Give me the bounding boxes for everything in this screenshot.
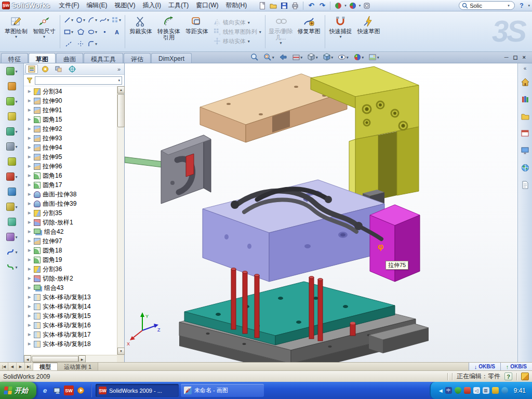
tree-horizontal-scrollbar[interactable]: ◀ ▶ [24, 355, 117, 362]
undo-icon[interactable]: ↶ [307, 1, 316, 10]
zoom-fit-icon[interactable] [249, 52, 260, 62]
tree-item[interactable]: ▶圆角16 [24, 171, 117, 180]
appearances-scenes-icon[interactable] [519, 144, 531, 157]
quick-snaps-dropdown-icon[interactable]: ▾ [340, 35, 342, 39]
left-tool-4[interactable] [8, 112, 16, 121]
callout-extrude75[interactable]: 拉伸75 [385, 261, 408, 270]
task-button-paint[interactable]: 🖌 未命名 - 画图 [181, 384, 264, 397]
new-document-icon[interactable] [258, 1, 267, 10]
tab-scroll-right-icon[interactable]: ▶ [17, 363, 25, 370]
search-input[interactable] [470, 3, 506, 9]
smart-dimension-button[interactable]: 智能尺寸 ▾ [30, 13, 58, 50]
search-dropdown-icon[interactable]: ▾ [508, 4, 510, 7]
left-tool-10[interactable]: ▾ [6, 203, 18, 211]
tab-surfaces[interactable]: 曲面 [56, 53, 83, 63]
left-tool-8[interactable]: ▾ [6, 172, 18, 181]
part-stop-pin[interactable] [350, 322, 355, 336]
linear-pattern-button[interactable]: 线性草图阵列▾ [213, 28, 261, 36]
left-tool-5[interactable]: ▾ [6, 127, 18, 136]
expand-icon[interactable]: ▶ [28, 145, 34, 150]
view-palette-icon[interactable] [519, 127, 531, 140]
restore-icon[interactable]: ◻ [513, 54, 517, 61]
left-tool-2[interactable] [8, 82, 16, 90]
expand-icon[interactable]: ▶ [28, 127, 34, 131]
tree-item[interactable]: ▶实体-移动/复制16 [24, 321, 117, 330]
expand-icon[interactable]: ▶ [28, 164, 34, 168]
filter-dropdown-icon[interactable]: ▾ [118, 78, 120, 82]
graphics-viewport[interactable]: φ [125, 63, 517, 362]
scroll-left-icon[interactable]: ◀ [24, 355, 31, 363]
tab-features[interactable]: 特征 [1, 53, 28, 63]
solidworks-logo[interactable]: SW SolidWorks [2, 2, 50, 9]
tree-filter-input[interactable] [37, 77, 116, 84]
tray-input-language-icon[interactable]: 中 [445, 387, 452, 394]
offset-entities-button[interactable]: 等距实体 [183, 13, 211, 50]
display-style-icon[interactable]: ▾ [322, 52, 335, 62]
tree-item[interactable]: ▶切除-放样1 [24, 218, 117, 227]
options-icon[interactable] [362, 1, 371, 10]
expand-icon[interactable]: ▶ [28, 286, 34, 290]
sketch-dropdown-icon[interactable]: ▾ [15, 35, 17, 39]
smart-dimension-dropdown-icon[interactable]: ▾ [43, 35, 45, 39]
tab-evaluate[interactable]: 评估 [124, 53, 151, 63]
tree-item[interactable]: ▶曲面-拉伸39 [24, 199, 117, 208]
expand-icon[interactable]: ▶ [28, 332, 34, 337]
tree-item[interactable]: ▶分割34 [24, 87, 117, 96]
tray-messenger-icon[interactable] [501, 387, 508, 394]
appearance-icon[interactable] [348, 1, 357, 10]
view-orientation-icon[interactable]: ▾ [306, 52, 319, 62]
expand-icon[interactable]: ▶ [28, 248, 34, 252]
show-desktop-icon[interactable] [52, 385, 62, 395]
model-canvas[interactable]: φ [125, 63, 517, 362]
taskbar-clock[interactable]: 9:41 [514, 387, 526, 394]
expand-icon[interactable]: ▶ [28, 258, 34, 262]
file-explorer-icon[interactable] [519, 110, 531, 123]
tree-item[interactable]: ▶实体-移动/复制13 [24, 292, 117, 302]
sketch-button[interactable]: 草图绘制 ▾ [2, 13, 30, 50]
tray-security-shield-icon[interactable] [455, 387, 461, 394]
tree-item[interactable]: ▶拉伸92 [24, 124, 117, 134]
appearance-dropdown-icon[interactable]: ▾ [359, 4, 361, 7]
scroll-thumb[interactable] [32, 356, 78, 362]
save-icon[interactable] [280, 1, 289, 10]
minimize-icon[interactable]: ─ [504, 54, 509, 61]
menu-edit[interactable]: 编辑(E) [83, 0, 111, 11]
centerline-tool-icon[interactable] [63, 38, 74, 50]
expand-icon[interactable]: ▶ [28, 276, 34, 281]
tab-scroll-left-icon[interactable]: ◀ [8, 363, 17, 370]
tab-scroll-last-icon[interactable]: ▶| [25, 363, 33, 370]
expand-icon[interactable]: ▶ [28, 230, 34, 234]
tree-item[interactable]: ▶实体-移动/复制14 [24, 302, 117, 311]
tab-dimxpert[interactable]: DimXpert [151, 53, 192, 63]
left-tool-11[interactable] [8, 218, 16, 226]
tab-sketch[interactable]: 草图 [29, 53, 56, 63]
tray-update-icon[interactable] [492, 387, 499, 394]
search-input-box[interactable]: ▾ [459, 1, 515, 10]
media-player-icon[interactable] [76, 385, 86, 395]
menu-file[interactable]: 文件(F) [55, 0, 83, 11]
resources-home-icon[interactable] [519, 76, 531, 88]
tree-item[interactable]: ▶实体-移动/复制15 [24, 311, 117, 321]
tree-item[interactable]: ▶拉伸97 [24, 236, 117, 246]
zoom-area-icon[interactable]: ▾ [262, 52, 275, 62]
expand-icon[interactable]: ▶ [28, 89, 34, 94]
trim-entities-button[interactable]: 剪裁实体 [127, 13, 155, 50]
expand-icon[interactable]: ▶ [28, 342, 34, 346]
scroll-down-icon[interactable]: ▼ [117, 348, 125, 355]
tree-item[interactable]: ▶圆角17 [24, 180, 117, 190]
property-manager-tab[interactable] [39, 64, 51, 74]
redo-icon[interactable]: ↷ [317, 1, 327, 10]
left-tool-12[interactable]: ▾ [6, 233, 18, 241]
tray-network-icon[interactable]: ▥ [483, 387, 489, 394]
previous-view-icon[interactable] [278, 52, 288, 62]
part-extrude75[interactable]: φ [370, 205, 420, 282]
solidworks-quicklaunch-icon[interactable]: SW [64, 385, 74, 395]
expand-icon[interactable]: ▶ [28, 314, 34, 318]
expand-icon[interactable]: ▶ [28, 99, 34, 103]
tree-item[interactable]: ▶切除-放样2 [24, 274, 117, 283]
tray-chevron-icon[interactable]: ◀ [439, 388, 443, 393]
line-tool-icon[interactable]: ▾ [63, 14, 74, 26]
menu-insert[interactable]: 插入(I) [139, 0, 165, 11]
expand-icon[interactable]: ▶ [28, 136, 34, 140]
rebuild-icon[interactable] [334, 1, 343, 10]
